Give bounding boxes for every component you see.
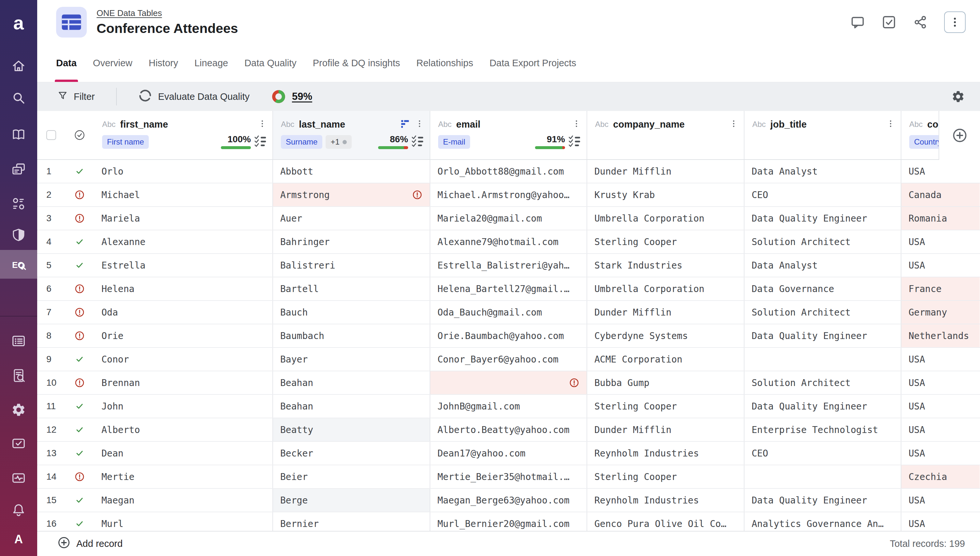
- search-icon[interactable]: [11, 91, 26, 105]
- notifications-bell-icon[interactable]: [11, 503, 26, 517]
- cell-email[interactable]: Alberto.Beatty@yahoo.com: [430, 418, 587, 441]
- column-header-last_name[interactable]: Abclast_nameSurname+186%: [273, 111, 430, 159]
- row-number[interactable]: 4: [37, 230, 65, 253]
- cell-last_name[interactable]: Becker: [273, 442, 430, 465]
- cell-job_title[interactable]: Enterprise Technologist: [744, 418, 901, 441]
- column-menu-kebab-icon[interactable]: [729, 119, 739, 130]
- cell-job_title[interactable]: [744, 465, 901, 488]
- cell-email[interactable]: Mertie_Beier35@hotmail.…: [430, 465, 587, 488]
- column-dq-score[interactable]: 86%: [390, 135, 408, 144]
- cell-company_name[interactable]: Sterling Cooper: [587, 230, 744, 253]
- add-record-button[interactable]: Add record: [57, 536, 123, 551]
- table-settings-gear-icon[interactable]: [951, 90, 965, 103]
- cell-country[interactable]: USA: [901, 442, 980, 465]
- column-menu-kebab-icon[interactable]: [886, 119, 896, 130]
- cell-last_name[interactable]: Abbott: [273, 160, 430, 183]
- select-all-checkbox[interactable]: [46, 130, 56, 140]
- column-dq-score[interactable]: 100%: [228, 135, 251, 144]
- cell-email[interactable]: Maegan_Berge63@yahoo.com: [430, 489, 587, 512]
- table-row[interactable]: 5EstrellaBalistreriEstrella_Balistreri@y…: [37, 254, 980, 277]
- cell-last_name[interactable]: Berge: [273, 489, 430, 512]
- cell-country[interactable]: France: [901, 277, 980, 300]
- records-list-icon[interactable]: [11, 333, 26, 349]
- cell-job_title[interactable]: Data Quality Engineer: [744, 207, 901, 230]
- cell-company_name[interactable]: Umbrella Corporation: [587, 207, 744, 230]
- row-number[interactable]: 8: [37, 324, 65, 347]
- cell-company_name[interactable]: Sterling Cooper: [587, 395, 744, 418]
- dq-rules-icon[interactable]: [412, 135, 425, 149]
- cell-company_name[interactable]: Umbrella Corporation: [587, 277, 744, 300]
- evaluate-dq-button[interactable]: Evaluate Data Quality: [138, 89, 249, 105]
- cell-email[interactable]: Michael.Armstrong@yahoo…: [430, 183, 587, 206]
- column-header-email[interactable]: AbcemailE-mail91%: [430, 111, 587, 159]
- cell-company_name[interactable]: Krusty Krab: [587, 183, 744, 206]
- column-dq-score[interactable]: 91%: [547, 135, 565, 144]
- cell-job_title[interactable]: Solution Architect: [744, 301, 901, 324]
- tasks-check-icon[interactable]: [11, 436, 26, 451]
- filter-button[interactable]: Filter: [57, 91, 95, 103]
- cell-country[interactable]: USA: [901, 512, 980, 531]
- sort-indicator-icon[interactable]: [400, 119, 410, 130]
- cell-first_name[interactable]: Conor: [94, 348, 273, 371]
- cell-first_name[interactable]: Oda: [94, 301, 273, 324]
- column-menu-kebab-icon[interactable]: [415, 119, 425, 130]
- cell-last_name[interactable]: Balistreri: [273, 254, 430, 277]
- cell-company_name[interactable]: Bubba Gump: [587, 371, 744, 394]
- table-row[interactable]: 15MaeganBergeMaegan_Berge63@yahoo.comRey…: [37, 489, 980, 512]
- table-row[interactable]: 11JohnBeahanJohnB@gmail.comSterling Coop…: [37, 395, 980, 418]
- add-column-button[interactable]: [938, 111, 980, 160]
- term-tag[interactable]: Surname: [281, 135, 322, 149]
- tab-lineage[interactable]: Lineage: [194, 44, 228, 82]
- home-icon[interactable]: [11, 58, 26, 73]
- table-row[interactable]: 8OrieBaumbachOrie.Baumbach@yahoo.comCybe…: [37, 324, 980, 348]
- cell-last_name[interactable]: Beatty: [273, 418, 430, 441]
- row-number[interactable]: 6: [37, 277, 65, 300]
- cell-email[interactable]: Murl_Bernier20@gmail.com: [430, 512, 587, 531]
- cell-first_name[interactable]: Maegan: [94, 489, 273, 512]
- tab-data[interactable]: Data: [56, 44, 77, 82]
- tab-relationships[interactable]: Relationships: [416, 44, 473, 82]
- column-header-first_name[interactable]: Abcfirst_nameFirst name100%: [94, 111, 273, 159]
- column-header-job_title[interactable]: Abcjob_title: [744, 111, 901, 159]
- cell-first_name[interactable]: Dean: [94, 442, 273, 465]
- cell-first_name[interactable]: Michael: [94, 183, 273, 206]
- cell-job_title[interactable]: Solution Architect: [744, 230, 901, 253]
- cell-first_name[interactable]: Orlo: [94, 160, 273, 183]
- cell-last_name[interactable]: Beahan: [273, 371, 430, 394]
- cell-first_name[interactable]: Estrella: [94, 254, 273, 277]
- profiling-doc-search-icon[interactable]: [11, 368, 26, 383]
- more-menu-button[interactable]: [944, 11, 965, 33]
- cell-job_title[interactable]: Data Quality Engineer: [744, 324, 901, 347]
- cell-company_name[interactable]: Dunder Mifflin: [587, 160, 744, 183]
- table-row[interactable]: 12AlbertoBeattyAlberto.Beatty@yahoo.comD…: [37, 418, 980, 442]
- cell-first_name[interactable]: Murl: [94, 512, 273, 531]
- breadcrumb[interactable]: ONE Data Tables: [97, 8, 162, 18]
- cell-last_name[interactable]: Beahan: [273, 395, 430, 418]
- monitoring-pulse-icon[interactable]: [11, 470, 26, 485]
- row-number[interactable]: 14: [37, 465, 65, 488]
- cell-last_name[interactable]: Bahringer: [273, 230, 430, 253]
- cell-job_title[interactable]: Data Quality Engineer: [744, 489, 901, 512]
- cell-email[interactable]: [430, 371, 587, 394]
- cell-job_title[interactable]: Data Quality Engineer: [744, 395, 901, 418]
- dq-score-group[interactable]: 59%: [271, 89, 312, 104]
- table-row[interactable]: 1OrloAbbottOrlo_Abbott88@gmail.comDunder…: [37, 160, 980, 183]
- cell-country[interactable]: USA: [901, 230, 980, 253]
- cell-last_name[interactable]: Beier: [273, 465, 430, 488]
- tab-data-quality[interactable]: Data Quality: [244, 44, 297, 82]
- cell-first_name[interactable]: Mariela: [94, 207, 273, 230]
- table-row[interactable]: 2MichaelArmstrongMichael.Armstrong@yahoo…: [37, 183, 980, 207]
- cell-company_name[interactable]: Sterling Cooper: [587, 465, 744, 488]
- catalog-folders-icon[interactable]: [11, 162, 26, 177]
- row-number[interactable]: 13: [37, 442, 65, 465]
- cell-company_name[interactable]: Dunder Mifflin: [587, 301, 744, 324]
- table-row[interactable]: 9ConorBayerConor_Bayer6@yahoo.comACME Co…: [37, 348, 980, 371]
- cell-company_name[interactable]: Cyberdyne Systems: [587, 324, 744, 347]
- cell-job_title[interactable]: Data Analyst: [744, 160, 901, 183]
- data-quality-eq-icon[interactable]: EQ: [11, 257, 26, 272]
- table-row[interactable]: 4AlexanneBahringerAlexanne79@hotmail.com…: [37, 230, 980, 254]
- cell-country[interactable]: Germany: [901, 301, 980, 324]
- dq-rules-icon[interactable]: [568, 135, 581, 149]
- column-header-company_name[interactable]: Abccompany_name: [587, 111, 744, 159]
- cell-country[interactable]: USA: [901, 371, 980, 394]
